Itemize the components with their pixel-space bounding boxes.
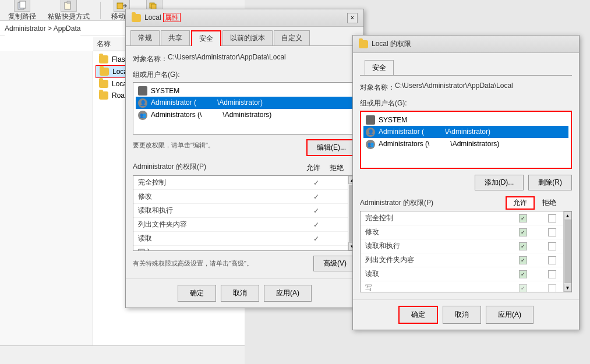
tab-previous[interactable]: 以前的版本 xyxy=(222,30,273,45)
folder-icon xyxy=(100,68,109,76)
perm-item: 修改 ✓ xyxy=(361,225,571,239)
group-icon: 👥 xyxy=(366,140,375,149)
ok-button[interactable]: 确定 xyxy=(178,285,216,302)
perms-label: Administrator 的权限(P) xyxy=(133,162,302,172)
dialog-local-properties: Local 属性 × 常规 共享 安全 以前的版本 自定义 对象名称： C:\U… xyxy=(125,9,364,308)
perms-dialog-title: Local 的权限 xyxy=(372,39,411,49)
folder-icon xyxy=(99,91,108,100)
deny-checkbox[interactable] xyxy=(548,242,556,250)
allow-checkbox[interactable]: ✓ xyxy=(519,228,527,236)
remove-button[interactable]: 删除(R) xyxy=(528,175,572,190)
user-name: Administrators (\ \Administrators) xyxy=(151,110,271,120)
deny-checkbox[interactable] xyxy=(548,228,556,236)
tab-security[interactable]: 安全 xyxy=(191,30,221,46)
perms-deny-header: 拒绝 xyxy=(325,163,348,173)
tab-general[interactable]: 常规 xyxy=(130,30,160,45)
title-folder-icon xyxy=(132,14,141,22)
perms-ok-button[interactable]: 确定 xyxy=(398,306,438,324)
perm-item: 完全控制 ✓ xyxy=(133,176,356,190)
perms-list-box: 完全控制 ✓ 修改 ✓ 读取和执行 ✓ 列出文件夹内容 ✓ 读取 ✓ xyxy=(133,175,356,251)
user-name: SYSTEM xyxy=(379,116,407,124)
dialog-security-content: 对象名称： C:\Users\Administrator\AppData\Loc… xyxy=(126,46,363,278)
copy-path-btn[interactable]: 复制路径 xyxy=(5,0,40,23)
allow-checkbox[interactable]: ✓ xyxy=(519,270,527,278)
scroll-thumb xyxy=(564,220,571,283)
deny-checkbox[interactable] xyxy=(548,256,556,264)
perms-cancel-button[interactable]: 取消 xyxy=(443,306,481,324)
apply-button[interactable]: 应用(A) xyxy=(264,285,312,302)
perm-item: 修改 ✓ xyxy=(133,190,356,204)
close-button[interactable]: × xyxy=(347,13,358,23)
perms-add-remove: 添加(D)... 删除(R) xyxy=(360,175,572,190)
tab-share[interactable]: 共享 xyxy=(161,30,190,45)
advanced-hint: 有关特殊权限或高级设置，请单击"高级"。 xyxy=(133,259,313,268)
perms-tab-security[interactable]: 安全 xyxy=(365,60,394,75)
dialog-titlebar: Local 属性 × xyxy=(126,9,363,27)
add-button[interactable]: 添加(D)... xyxy=(475,175,524,190)
dialog-tabs: 常规 共享 安全 以前的版本 自定义 xyxy=(126,27,363,46)
perms-dialog-titlebar: Local 的权限 xyxy=(353,36,579,53)
user-item-administrators[interactable]: 👥 Administrators (\ \Administrators) xyxy=(136,109,354,121)
system-icon xyxy=(366,115,375,125)
allow-checkbox[interactable]: ✓ xyxy=(519,284,527,292)
perm-item: 列出文件夹内容 ✓ xyxy=(133,218,356,232)
allow-checkbox[interactable]: ✓ xyxy=(519,256,527,264)
paste-shortcut-btn[interactable]: 粘贴快捷方式 xyxy=(44,0,93,23)
perms-dialog-content: 安全 对象名称： C:\Users\Administrator\AppData\… xyxy=(353,53,579,299)
col-name-header: 名称 xyxy=(97,39,111,49)
allow-checkbox[interactable]: ✓ xyxy=(519,242,527,250)
perms-group-users-label: 组或用户名(G): xyxy=(360,98,572,108)
paste-shortcut-label: 粘贴快捷方式 xyxy=(48,12,90,22)
group-icon: 👥 xyxy=(138,111,147,120)
user-name: Administrators (\ \Administrators) xyxy=(379,139,499,149)
perms-perm-label: Administrator 的权限(P) xyxy=(360,198,506,208)
cancel-button[interactable]: 取消 xyxy=(221,285,259,302)
deny-checkbox[interactable] xyxy=(548,284,556,292)
deny-checkbox[interactable] xyxy=(548,270,556,278)
object-label: 对象名称： xyxy=(133,53,168,64)
user-item-system[interactable]: SYSTEM xyxy=(363,114,568,126)
perms-dialog-footer: 确定 取消 应用(A) xyxy=(353,299,579,330)
perms-allow-header: 允许 xyxy=(506,196,535,210)
perm-item: 读取 ✓ xyxy=(133,232,356,246)
svg-rect-1 xyxy=(20,1,26,8)
dialog-footer: 确定 取消 应用(A) xyxy=(126,278,363,308)
copy-path-label: 复制路径 xyxy=(8,12,36,22)
perm-item: 读取和执行 ✓ xyxy=(361,239,571,253)
dialog-local-perms: Local 的权限 安全 对象名称： C:\Users\Administrato… xyxy=(352,35,580,330)
user-item-system[interactable]: SYSTEM xyxy=(136,85,354,97)
deny-checkbox[interactable] xyxy=(548,214,556,222)
perms-title-folder-icon xyxy=(359,40,368,48)
scroll-up[interactable]: ▲ xyxy=(564,211,572,220)
user-item-admin[interactable]: 👤 Administrator ( \Administrator) xyxy=(136,97,354,109)
perms-users-box: SYSTEM 👤 Administrator ( \Administrator)… xyxy=(360,111,572,169)
perm-item: 列出文件夹内容 ✓ xyxy=(361,253,571,267)
perms-tab-bar: 安全 xyxy=(360,60,572,76)
user-item-administrators[interactable]: 👥 Administrators (\ \Administrators) xyxy=(363,138,568,150)
status-bar xyxy=(0,345,245,364)
system-icon xyxy=(138,86,147,96)
user-item-admin[interactable]: 👤 Administrator ( \Administrator) xyxy=(363,126,568,138)
change-hint: 要更改权限，请单击"编辑"。 xyxy=(133,141,214,150)
user-name: Administrator ( \Administrator) xyxy=(379,127,490,137)
scroll-down[interactable]: ▼ xyxy=(564,284,572,292)
object-value: C:\Users\Administrator\AppData\Local xyxy=(168,53,286,61)
advanced-button[interactable]: 高级(V) xyxy=(313,256,356,271)
perms-apply-button[interactable]: 应用(A) xyxy=(486,306,534,324)
perm-item: 读取和执行 ✓ xyxy=(133,204,356,218)
scrollbar[interactable]: ▲ ▼ xyxy=(563,211,571,292)
user-icon: 👤 xyxy=(366,128,375,137)
allow-checkbox[interactable]: ✓ xyxy=(519,214,527,222)
dialog-title: Local 属性 xyxy=(144,13,181,23)
tab-custom[interactable]: 自定义 xyxy=(274,30,310,45)
perm-item: 读取 ✓ xyxy=(361,267,571,281)
user-name: SYSTEM xyxy=(151,87,179,95)
perms-allow-header: 允许 xyxy=(302,163,325,173)
folder-icon xyxy=(99,55,108,63)
breadcrumb: Administrator > AppData xyxy=(5,21,80,36)
perms-object-label: 对象名称： xyxy=(360,82,395,93)
user-name: Administrator ( \Administrator) xyxy=(151,98,263,108)
edit-button[interactable]: 编辑(E)... xyxy=(306,139,356,156)
perms-perm-list: 完全控制 ✓ 修改 ✓ 读取和执行 ✓ xyxy=(360,211,572,292)
user-list-box: SYSTEM 👤 Administrator ( \Administrator)… xyxy=(133,82,356,135)
